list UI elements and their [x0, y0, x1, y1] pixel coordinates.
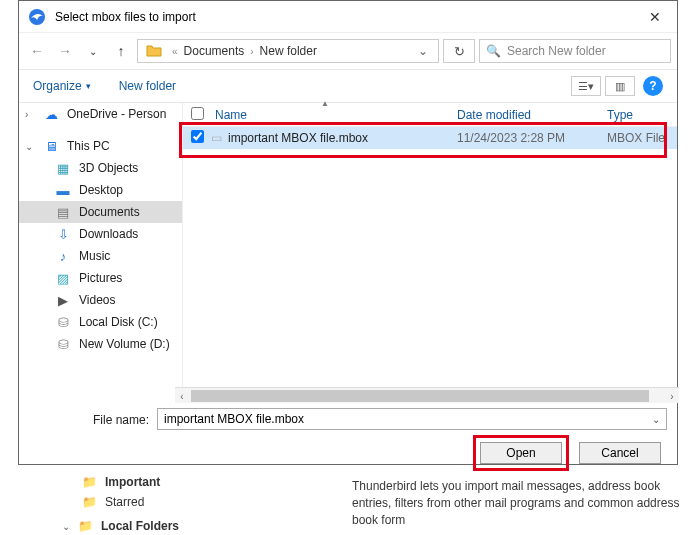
sidebar-item-3d-objects[interactable]: 3D Objects	[19, 157, 182, 179]
dialog-title: Select mbox files to import	[55, 10, 637, 24]
file-date: 11/24/2023 2:28 PM	[457, 131, 607, 145]
file-list-pane: Name Date modified Type important MBOX f…	[183, 103, 677, 403]
dl-icon	[55, 226, 71, 242]
breadcrumb-part[interactable]: New folder	[260, 44, 317, 58]
organize-menu[interactable]: Organize ▾	[33, 79, 91, 93]
dialog-buttons: Open Cancel	[19, 435, 677, 471]
breadcrumb[interactable]: « Documents › New folder ⌄	[137, 39, 439, 63]
file-type: MBOX File	[607, 131, 677, 145]
sidebar-item-new-volume-d-[interactable]: New Volume (D:)	[19, 333, 182, 355]
scroll-left-icon[interactable]: ‹	[175, 389, 189, 403]
filename-row: File name: important MBOX file.mbox ⌄	[19, 403, 677, 435]
pic-icon	[55, 270, 71, 286]
folder-icon	[146, 43, 162, 60]
sidebar-item-desktop[interactable]: Desktop	[19, 179, 182, 201]
highlight-annotation: Open	[473, 435, 569, 471]
help-button[interactable]: ?	[643, 76, 663, 96]
thunderbird-icon	[27, 7, 47, 27]
organize-label: Organize	[33, 79, 82, 93]
file-name: important MBOX file.mbox	[228, 131, 368, 145]
chevron-down-icon: ▾	[86, 81, 91, 91]
toolbar: Organize ▾ New folder ☰▾ ▥ ?	[19, 69, 677, 103]
bg-label-local: Local Folders	[101, 519, 179, 533]
file-row[interactable]: important MBOX file.mbox11/24/2023 2:28 …	[183, 127, 677, 149]
column-name[interactable]: Name	[211, 108, 457, 122]
3d-icon	[55, 160, 71, 176]
chevron-right-icon[interactable]: ›	[25, 109, 28, 120]
desk-icon	[55, 182, 71, 198]
sidebar-label: Videos	[79, 293, 115, 307]
sidebar-label: Documents	[79, 205, 140, 219]
column-date[interactable]: Date modified	[457, 108, 607, 122]
open-button[interactable]: Open	[480, 442, 562, 464]
column-type[interactable]: Type	[607, 108, 677, 122]
sidebar-item-videos[interactable]: Videos	[19, 289, 182, 311]
sidebar-label: Pictures	[79, 271, 122, 285]
music-icon	[55, 248, 71, 264]
chevron-down-icon[interactable]: ⌄	[652, 414, 660, 425]
sidebar-item-onedrive[interactable]: › OneDrive - Person	[19, 103, 182, 125]
search-icon: 🔍	[486, 44, 501, 58]
sidebar-item-local-disk-c-[interactable]: Local Disk (C:)	[19, 311, 182, 333]
sidebar-label: Downloads	[79, 227, 138, 241]
folder-icon	[82, 495, 97, 509]
cancel-button[interactable]: Cancel	[579, 442, 661, 464]
refresh-button[interactable]: ↻	[443, 39, 475, 63]
vid-icon	[55, 292, 71, 308]
titlebar: Select mbox files to import ✕	[19, 1, 677, 33]
history-dropdown[interactable]: ⌄	[81, 39, 105, 63]
chevron-down-icon[interactable]: ⌄	[25, 141, 33, 152]
chevron-down-icon: ⌄	[62, 521, 70, 532]
view-mode-button[interactable]: ☰▾	[571, 76, 601, 96]
folder-icon	[82, 475, 97, 489]
chevron-right-icon: ›	[250, 46, 253, 57]
sidebar-item-pictures[interactable]: Pictures	[19, 267, 182, 289]
sidebar-label: OneDrive - Person	[67, 107, 166, 121]
sidebar-label: Desktop	[79, 183, 123, 197]
bg-info-text: Thunderbird lets you import mail message…	[352, 478, 696, 528]
search-box[interactable]: 🔍	[479, 39, 671, 63]
sidebar-item-documents[interactable]: Documents	[19, 201, 182, 223]
column-headers: Name Date modified Type	[183, 103, 677, 127]
bg-label-starred: Starred	[105, 495, 144, 509]
bg-tree-item-important: Important	[82, 472, 179, 492]
sidebar-label: Local Disk (C:)	[79, 315, 158, 329]
select-all-checkbox[interactable]	[191, 107, 204, 120]
scroll-thumb[interactable]	[191, 390, 649, 402]
bg-label-important: Important	[105, 475, 160, 489]
sidebar-item-thispc[interactable]: ⌄ This PC	[19, 135, 182, 157]
horizontal-scrollbar[interactable]: ‹ ›	[175, 387, 679, 403]
sidebar-item-downloads[interactable]: Downloads	[19, 223, 182, 245]
pc-icon	[43, 138, 59, 154]
sidebar-item-music[interactable]: Music	[19, 245, 182, 267]
cloud-icon	[43, 106, 59, 122]
disk-icon	[55, 336, 71, 352]
file-icon	[211, 131, 222, 145]
sidebar-label: Music	[79, 249, 110, 263]
back-button[interactable]: ←	[25, 39, 49, 63]
preview-pane-button[interactable]: ▥	[605, 76, 635, 96]
forward-button: →	[53, 39, 77, 63]
sidebar-label: 3D Objects	[79, 161, 138, 175]
close-button[interactable]: ✕	[637, 9, 673, 25]
file-open-dialog: Select mbox files to import ✕ ← → ⌄ ↑ « …	[18, 0, 678, 465]
disk-icon	[55, 314, 71, 330]
up-button[interactable]: ↑	[109, 39, 133, 63]
sidebar-label: New Volume (D:)	[79, 337, 170, 351]
file-checkbox[interactable]	[191, 130, 204, 143]
breadcrumb-dropdown[interactable]: ⌄	[412, 44, 434, 58]
scroll-right-icon[interactable]: ›	[665, 389, 679, 403]
new-folder-button[interactable]: New folder	[119, 79, 176, 93]
search-input[interactable]	[507, 44, 664, 58]
bg-tree-item-local: ⌄ Local Folders	[62, 516, 179, 535]
chevron-icon: «	[172, 46, 178, 57]
nav-row: ← → ⌄ ↑ « Documents › New folder ⌄ ↻ 🔍	[19, 33, 677, 69]
sidebar-label: This PC	[67, 139, 110, 153]
breadcrumb-part[interactable]: Documents	[184, 44, 245, 58]
filename-label: File name:	[93, 413, 149, 427]
doc-icon	[55, 204, 71, 220]
filename-combobox[interactable]: important MBOX file.mbox ⌄	[157, 408, 667, 430]
folder-icon	[78, 519, 93, 533]
bg-tree-item-starred: Starred	[82, 492, 179, 512]
sidebar: › OneDrive - Person ⌄ This PC 3D Objects…	[19, 103, 183, 403]
